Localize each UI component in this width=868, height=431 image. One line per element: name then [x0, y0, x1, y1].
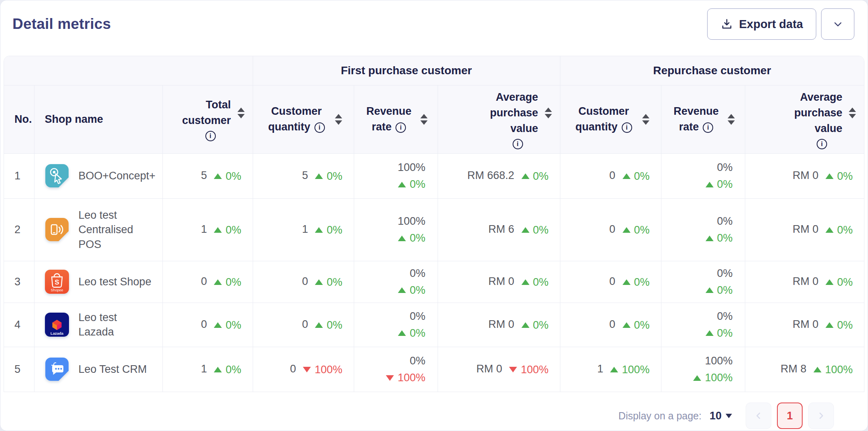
triangle-up-icon [610, 367, 618, 372]
triangle-down-icon [386, 375, 394, 381]
info-icon[interactable]: i [314, 122, 325, 133]
triangle-up-icon [623, 322, 631, 328]
info-icon[interactable]: i [205, 131, 216, 141]
metric-delta: 0% [327, 222, 342, 238]
metric-cell: 0 0% [253, 303, 354, 347]
metric-value: RM 0 [476, 363, 502, 375]
pagination-footer: Display on a page: 10 1 [0, 392, 868, 431]
triangle-up-icon [623, 173, 631, 179]
sort-icon[interactable] [642, 114, 649, 125]
prev-page-button[interactable] [746, 403, 771, 429]
metric-cell: RM 0 0% [745, 303, 864, 347]
next-page-button[interactable] [808, 403, 834, 429]
metric-cell: 0 0% [560, 153, 661, 198]
metric-value: 100% [705, 355, 732, 367]
row-number: 2 [4, 198, 34, 261]
info-icon[interactable]: i [513, 139, 523, 149]
metric-cell: RM 0 0% [438, 303, 560, 347]
metric-value: 0% [410, 355, 425, 367]
metric-delta: 0% [327, 317, 342, 333]
metric-value: RM 8 [781, 363, 807, 375]
page-size-select[interactable]: 10 [710, 410, 732, 422]
trend-up: 0% [623, 274, 650, 291]
metric-value: 1 [201, 363, 207, 375]
trend-up: 0% [521, 168, 549, 185]
info-icon[interactable]: i [703, 122, 713, 133]
info-icon[interactable]: i [622, 122, 632, 133]
metric-cell: 100% 0% [354, 153, 438, 198]
export-options-button[interactable] [821, 8, 854, 40]
shop-cell: Leo Test CRM [34, 347, 162, 392]
sort-icon[interactable] [237, 108, 245, 118]
shopee-shop-icon: S Shopee [44, 269, 70, 295]
sort-icon[interactable] [420, 114, 428, 125]
triangle-up-icon [706, 287, 714, 293]
trend-down: 100% [509, 362, 548, 378]
chevron-down-icon [832, 18, 844, 30]
metric-value: 0 [609, 223, 615, 235]
trend-up: 0% [315, 222, 342, 238]
metric-cell: 0 0% [560, 261, 661, 303]
metric-cell: RM 0 0% [438, 261, 560, 303]
metric-cell: 1 0% [162, 198, 253, 261]
metric-value: RM 0 [793, 223, 819, 235]
triangle-up-icon [315, 279, 323, 285]
metric-cell: 1 0% [253, 198, 354, 261]
metric-value: 0 [302, 275, 308, 287]
col-total-customer: Total customer i [162, 85, 253, 153]
metric-delta: 0% [327, 274, 342, 291]
trend-up: 0% [706, 176, 733, 193]
info-icon[interactable]: i [395, 122, 406, 133]
metric-cell: 1 0% [162, 347, 253, 392]
trend-up: 0% [706, 282, 733, 299]
trend-up: 0% [521, 274, 549, 291]
metric-delta: 0% [717, 282, 733, 299]
metric-delta: 0% [837, 317, 853, 333]
current-page-button[interactable]: 1 [777, 403, 803, 429]
trend-up: 0% [825, 222, 853, 238]
sort-icon[interactable] [335, 114, 342, 125]
metric-delta: 0% [533, 168, 549, 185]
metric-delta: 100% [314, 362, 342, 378]
table-row: 3 S ShopeeLeo test Shope0 0%0 0%0% 0%RM … [4, 261, 864, 303]
trend-up: 100% [693, 370, 732, 386]
shop-cell: Leo test Centralised POS [34, 198, 162, 261]
col-repurchase-customer-quantity: Customer quantityi [560, 85, 661, 153]
shop-name: Leo test Shope [79, 274, 152, 289]
metric-cell: 0% 0% [661, 198, 745, 261]
export-data-button[interactable]: Export data [707, 8, 816, 40]
trend-up: 0% [521, 222, 549, 238]
shop-cell: BOO+Concept+ [34, 153, 162, 198]
svg-text:Lazada: Lazada [50, 331, 63, 335]
metric-cell: 0% 100% [354, 347, 438, 392]
triangle-down-icon [303, 367, 311, 372]
metric-delta: 0% [225, 168, 241, 185]
metric-delta: 0% [410, 325, 425, 342]
trend-up: 0% [706, 325, 733, 342]
metric-value: RM 0 [793, 275, 819, 287]
triangle-up-icon [825, 173, 834, 179]
metric-cell: 0 0% [162, 303, 253, 347]
topbar: Detail metrics Export data [0, 0, 868, 56]
sort-icon[interactable] [728, 114, 735, 125]
metric-cell: 0 0% [560, 198, 661, 261]
metric-value: RM 0 [793, 318, 819, 330]
centralised-pos-shop-icon [44, 217, 70, 242]
trend-down: 100% [386, 370, 425, 386]
metric-value: 0 [302, 318, 308, 330]
sort-icon[interactable] [849, 108, 856, 118]
sort-icon[interactable] [545, 108, 552, 118]
metric-delta: 100% [521, 362, 548, 378]
col-repurchase-revenue-rate: Revenue ratei [661, 85, 745, 153]
metric-delta: 0% [225, 317, 241, 333]
triangle-up-icon [214, 173, 222, 179]
page-title: Detail metrics [12, 16, 111, 33]
metric-delta: 100% [622, 362, 649, 378]
metric-value: 0% [410, 267, 425, 279]
row-number: 1 [4, 153, 34, 198]
chevron-right-icon [816, 411, 826, 421]
info-icon[interactable]: i [817, 139, 827, 149]
table-row: 1 BOO+Concept+5 0%5 0%100% 0%RM 668.2 0%… [4, 153, 864, 198]
metric-delta: 0% [837, 222, 853, 238]
trend-up: 0% [214, 168, 241, 185]
